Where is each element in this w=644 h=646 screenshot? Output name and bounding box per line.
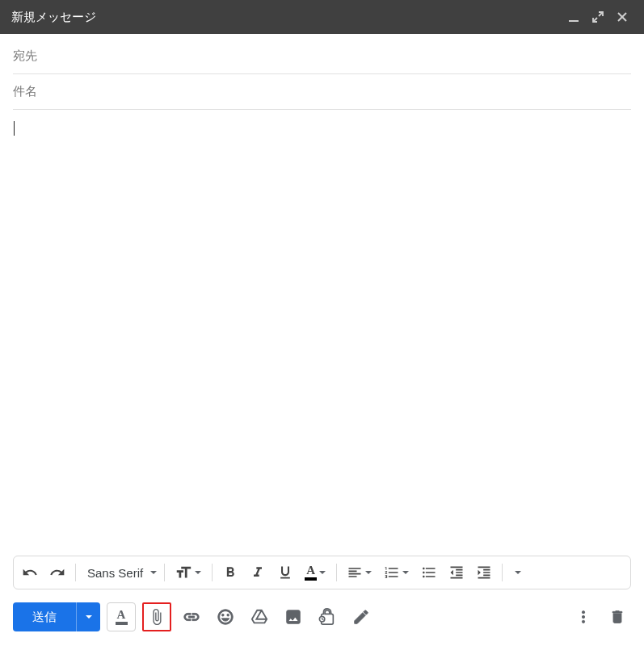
chevron-down-icon <box>364 568 373 577</box>
indent-less-icon <box>448 564 465 581</box>
chevron-down-icon <box>318 568 326 577</box>
chevron-down-icon <box>149 568 158 577</box>
numbered-list-button[interactable] <box>379 559 415 586</box>
separator <box>75 564 76 581</box>
drive-icon <box>250 608 268 626</box>
bulleted-list-button[interactable] <box>416 559 442 586</box>
redo-icon <box>49 564 65 581</box>
subject-field[interactable]: 件名 <box>13 74 631 110</box>
insert-photo-button[interactable] <box>280 603 307 631</box>
align-button[interactable] <box>342 559 377 586</box>
send-options-button[interactable] <box>76 602 100 631</box>
more-formatting-button[interactable] <box>507 559 527 586</box>
compose-header-fields: 宛先 件名 <box>0 34 644 110</box>
close-button[interactable] <box>612 6 633 27</box>
compose-title-bar: 新規メッセージ <box>0 0 644 34</box>
undo-button[interactable] <box>17 559 43 586</box>
compose-title: 新規メッセージ <box>11 10 96 25</box>
link-icon <box>183 608 200 626</box>
indent-less-button[interactable] <box>444 559 469 586</box>
text-format-icon: A <box>117 609 126 621</box>
indent-more-icon <box>476 564 492 581</box>
underline-button[interactable] <box>272 559 298 586</box>
separator <box>502 564 503 581</box>
bulleted-list-icon <box>421 564 437 581</box>
minimize-button[interactable] <box>563 6 584 27</box>
minimize-icon <box>568 11 579 23</box>
chevron-down-icon <box>402 568 410 577</box>
subject-placeholder: 件名 <box>13 84 37 99</box>
attach-file-button[interactable] <box>142 602 171 631</box>
bold-button[interactable] <box>217 559 243 586</box>
chevron-down-icon <box>85 613 93 621</box>
to-field[interactable]: 宛先 <box>13 39 631 74</box>
separator <box>212 564 213 581</box>
svg-point-5 <box>582 615 584 618</box>
undo-icon <box>22 564 38 581</box>
italic-button[interactable] <box>245 559 271 586</box>
expand-button[interactable] <box>587 6 608 27</box>
chevron-down-icon <box>514 568 522 577</box>
font-size-button[interactable] <box>170 559 207 586</box>
redo-button[interactable] <box>44 559 70 586</box>
separator <box>336 564 337 581</box>
more-vertical-icon <box>575 609 591 625</box>
insert-signature-button[interactable] <box>347 603 375 631</box>
insert-drive-button[interactable] <box>246 603 273 631</box>
more-options-button[interactable] <box>570 603 597 631</box>
text-color-button[interactable]: A <box>300 559 331 586</box>
toggle-format-toolbar-button[interactable]: A <box>107 602 136 631</box>
numbered-list-icon <box>384 564 400 581</box>
send-button-group: 送信 <box>13 602 100 631</box>
to-placeholder: 宛先 <box>13 48 37 64</box>
discard-draft-button[interactable] <box>604 603 631 631</box>
chevron-down-icon <box>194 568 202 577</box>
align-left-icon <box>347 564 363 581</box>
text-color-icon: A <box>306 564 315 577</box>
send-button[interactable]: 送信 <box>13 602 76 631</box>
svg-point-4 <box>582 611 584 614</box>
text-size-icon <box>175 564 192 581</box>
close-icon <box>617 11 628 23</box>
separator <box>164 564 165 581</box>
italic-icon <box>250 564 266 581</box>
confidential-mode-button[interactable] <box>314 603 341 631</box>
font-family-select[interactable]: Sans Serif <box>81 566 159 580</box>
compose-body[interactable] <box>0 110 644 556</box>
insert-emoji-button[interactable] <box>212 603 239 631</box>
emoji-icon <box>217 608 234 626</box>
format-toolbar: Sans Serif A <box>13 556 631 589</box>
pen-icon <box>352 608 370 626</box>
confidential-icon <box>318 608 336 626</box>
insert-link-button[interactable] <box>178 603 205 631</box>
font-family-label: Sans Serif <box>87 566 143 580</box>
underline-icon <box>277 564 293 581</box>
indent-more-button[interactable] <box>471 559 497 586</box>
text-cursor <box>14 121 15 136</box>
trash-icon <box>609 609 625 625</box>
photo-icon <box>284 608 302 626</box>
compose-bottom-bar: 送信 A <box>0 589 644 646</box>
bold-icon <box>222 564 238 581</box>
svg-point-6 <box>582 620 584 623</box>
paperclip-icon <box>148 608 166 626</box>
expand-icon <box>592 11 604 23</box>
